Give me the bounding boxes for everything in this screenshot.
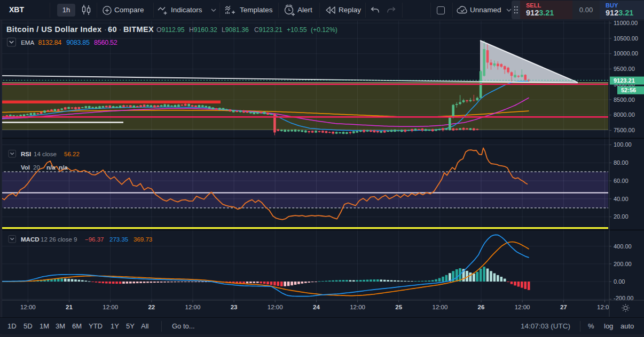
- svg-text:23: 23: [231, 304, 238, 310]
- svg-text:MACD: MACD: [21, 236, 40, 243]
- svg-text:Vol: Vol: [21, 164, 30, 171]
- svg-text:20: 20: [33, 164, 40, 171]
- svg-text:12:00: 12:00: [185, 304, 201, 310]
- svg-text:273.35: 273.35: [109, 236, 128, 243]
- svg-text:BITMEX: BITMEX: [123, 25, 154, 34]
- svg-text:EMA: EMA: [21, 39, 34, 46]
- svg-text:12:00: 12:00: [515, 304, 530, 310]
- svg-text:7500.00: 7500.00: [614, 127, 635, 133]
- svg-text:11000.00: 11000.00: [614, 20, 638, 26]
- svg-text:52:56: 52:56: [621, 87, 636, 93]
- svg-text:20.00: 20.00: [614, 213, 629, 220]
- svg-text:12:00: 12:00: [350, 304, 365, 310]
- svg-text:10000.00: 10000.00: [614, 50, 638, 57]
- svg-text:60: 60: [108, 25, 117, 34]
- svg-text:12:00: 12:00: [433, 304, 448, 310]
- svg-text:12:00: 12:00: [268, 304, 283, 310]
- svg-text:10500.00: 10500.00: [614, 35, 638, 42]
- svg-text:9123.21: 9123.21: [614, 77, 635, 84]
- svg-text:−96.37: −96.37: [85, 236, 104, 243]
- svg-text:H9160.32: H9160.32: [189, 26, 217, 34]
- svg-text:27: 27: [560, 304, 567, 310]
- svg-text:12:00: 12:00: [20, 304, 36, 310]
- svg-text:24: 24: [313, 304, 320, 310]
- svg-text:21: 21: [66, 304, 73, 310]
- svg-text:14 close: 14 close: [34, 151, 57, 157]
- svg-text:·: ·: [104, 25, 107, 34]
- svg-text:12 26 close 9: 12 26 close 9: [41, 236, 77, 243]
- svg-text:8560.52: 8560.52: [94, 39, 117, 46]
- svg-text:C9123.21: C9123.21: [254, 26, 282, 34]
- svg-text:400.00: 400.00: [614, 243, 632, 250]
- svg-text:56.22: 56.22: [64, 151, 80, 157]
- svg-text:+10.55: +10.55: [287, 26, 307, 34]
- svg-text:9083.85: 9083.85: [66, 39, 90, 46]
- svg-text:8000.00: 8000.00: [614, 111, 635, 118]
- svg-text:12:00: 12:00: [103, 304, 118, 310]
- svg-text:60.00: 60.00: [614, 178, 629, 184]
- svg-text:O9112.95: O9112.95: [156, 26, 185, 34]
- svg-text:369.73: 369.73: [133, 236, 152, 243]
- svg-text:0.00: 0.00: [614, 278, 625, 285]
- svg-text:(+0.12%): (+0.12%): [311, 26, 337, 34]
- svg-text:26: 26: [478, 304, 485, 310]
- svg-text:n/a: n/a: [59, 164, 68, 171]
- svg-text:Bitcoin / US Dollar Index: Bitcoin / US Dollar Index: [6, 25, 101, 34]
- svg-text:200.00: 200.00: [614, 261, 632, 267]
- svg-text:25: 25: [395, 304, 402, 310]
- svg-text:12:00: 12:00: [597, 304, 612, 310]
- svg-text:n/a: n/a: [46, 164, 56, 171]
- svg-text:9500.00: 9500.00: [614, 66, 635, 72]
- svg-text:8500.00: 8500.00: [614, 97, 635, 103]
- svg-text:40.00: 40.00: [614, 196, 629, 202]
- svg-text:80.00: 80.00: [614, 159, 629, 166]
- svg-text:100.00: 100.00: [614, 141, 632, 148]
- svg-text:22: 22: [148, 304, 155, 310]
- svg-text:RSI: RSI: [21, 151, 31, 157]
- svg-text:8132.84: 8132.84: [38, 39, 62, 46]
- svg-text:·: ·: [119, 25, 122, 34]
- svg-text:L9081.36: L9081.36: [222, 26, 249, 34]
